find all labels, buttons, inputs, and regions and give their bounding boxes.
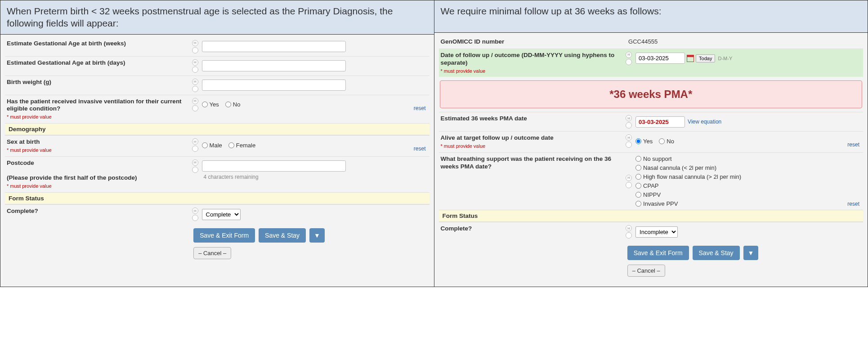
comment-icon[interactable] bbox=[192, 146, 198, 152]
sex-female[interactable]: Female bbox=[228, 142, 255, 149]
comment-icon[interactable] bbox=[626, 232, 632, 239]
alive-yes[interactable]: Yes bbox=[635, 138, 653, 145]
field-icons: H bbox=[626, 115, 632, 128]
alive-radios: Yes No bbox=[635, 138, 674, 145]
label-invvent-text: Has the patient received invasive ventil… bbox=[7, 98, 182, 112]
must-provide: * must provide value bbox=[7, 183, 188, 190]
field-icons: H bbox=[626, 134, 632, 148]
history-icon[interactable]: H bbox=[192, 208, 198, 214]
history-icon[interactable]: H bbox=[192, 40, 198, 46]
label-postcode-line1: Postcode bbox=[7, 159, 34, 166]
reset-link[interactable]: reset bbox=[414, 146, 426, 152]
label-invvent: Has the patient received invasive ventil… bbox=[7, 98, 192, 121]
history-icon[interactable]: H bbox=[192, 59, 198, 66]
dmy-hint: D-M-Y bbox=[718, 56, 732, 61]
breathing-nippv[interactable]: NIPPV bbox=[635, 191, 741, 198]
invvent-radios: Yes No bbox=[202, 101, 241, 108]
history-icon[interactable]: H bbox=[192, 159, 198, 166]
cancel-button[interactable]: – Cancel – bbox=[627, 265, 665, 277]
reset-link[interactable]: reset bbox=[414, 105, 426, 111]
history-icon[interactable]: H bbox=[626, 52, 632, 58]
save-exit-button[interactable]: Save & Exit Form bbox=[193, 228, 255, 243]
field-icons: H bbox=[192, 208, 198, 221]
label-ega-days: Estimated Gestational Age at birth (days… bbox=[7, 59, 192, 67]
breathing-cpap[interactable]: CPAP bbox=[635, 182, 741, 189]
history-icon[interactable]: H bbox=[192, 138, 198, 145]
must-provide: * must provide value bbox=[7, 147, 188, 154]
ega-weeks-input[interactable] bbox=[202, 41, 346, 52]
comment-icon[interactable] bbox=[192, 215, 198, 221]
breathing-nasal-cannula[interactable]: Nasal cannula (< 2l per min) bbox=[635, 164, 741, 171]
row-birthweight: Birth weight (g) H bbox=[5, 75, 430, 95]
row-est-36: Estimated 36 weeks PMA date H View equat… bbox=[439, 112, 864, 131]
label-ega-weeks: Estimate Gestational Age at birth (weeks… bbox=[7, 40, 192, 48]
row-postcode: Postcode (Please provide the first half … bbox=[5, 156, 430, 192]
field-icons: H bbox=[192, 159, 198, 173]
button-row-right: Save & Exit Form Save & Stay ▼ bbox=[626, 241, 863, 263]
label-breathing: What breathing support was the patient r… bbox=[441, 155, 626, 171]
label-complete: Complete? bbox=[7, 208, 192, 215]
field-icons: H bbox=[626, 52, 632, 65]
section-demography: Demography bbox=[5, 123, 430, 135]
comment-icon[interactable] bbox=[626, 59, 632, 65]
birthweight-input[interactable] bbox=[202, 80, 346, 91]
save-stay-button[interactable]: Save & Stay bbox=[693, 246, 740, 260]
sex-male[interactable]: Male bbox=[202, 142, 222, 149]
row-sex: Sex at birth * must provide value H Male… bbox=[5, 135, 430, 156]
must-provide: * must provide value bbox=[441, 143, 622, 150]
comment-icon[interactable] bbox=[192, 167, 198, 173]
comment-icon[interactable] bbox=[192, 105, 198, 111]
history-icon[interactable]: H bbox=[626, 225, 632, 231]
label-followup-text: Date of follow up / outcome (DD-MM-YYYY … bbox=[441, 52, 615, 66]
comment-icon[interactable] bbox=[626, 182, 632, 188]
ega-days-input[interactable] bbox=[202, 60, 346, 71]
field-icons: H bbox=[192, 40, 198, 53]
comment-icon[interactable] bbox=[626, 122, 632, 128]
comment-icon[interactable] bbox=[626, 142, 632, 148]
label-alive-text: Alive at target follow up / outcome date bbox=[441, 134, 554, 141]
comment-icon[interactable] bbox=[192, 66, 198, 73]
row-ega-weeks: Estimate Gestational Age at birth (weeks… bbox=[5, 37, 430, 56]
right-column: We require minimal follow up at 36 weeks… bbox=[434, 0, 868, 287]
section-form-status: Form Status bbox=[5, 192, 430, 204]
left-column: When Preterm birth < 32 weeks postmenstr… bbox=[0, 0, 434, 287]
save-dropdown-button[interactable]: ▼ bbox=[743, 246, 759, 260]
save-stay-button[interactable]: Save & Stay bbox=[259, 228, 306, 243]
alive-no[interactable]: No bbox=[659, 138, 674, 145]
today-button[interactable]: Today bbox=[696, 54, 715, 62]
invvent-no[interactable]: No bbox=[225, 101, 241, 108]
button-row: Save & Exit Form Save & Stay ▼ bbox=[192, 224, 429, 245]
comment-icon[interactable] bbox=[192, 47, 198, 53]
right-form: GenOMICC ID number GCC44555 Date of foll… bbox=[434, 33, 868, 287]
right-header: We require minimal follow up at 36 weeks… bbox=[434, 0, 868, 33]
history-icon[interactable]: H bbox=[192, 98, 198, 104]
history-icon[interactable]: H bbox=[626, 175, 632, 181]
row-complete-right: Complete? H Incomplete bbox=[439, 222, 864, 241]
breathing-invasive-ppv[interactable]: Invasive PPV bbox=[635, 200, 741, 207]
followup-date-input[interactable] bbox=[635, 53, 685, 64]
reset-link[interactable]: reset bbox=[847, 142, 859, 148]
comment-icon[interactable] bbox=[192, 86, 198, 92]
history-icon[interactable]: H bbox=[626, 134, 632, 141]
calendar-icon[interactable] bbox=[687, 55, 694, 62]
est-36-input[interactable] bbox=[635, 116, 685, 128]
breathing-high-flow[interactable]: High flow nasal cannula (> 2l per min) bbox=[635, 173, 741, 180]
row-breathing: What breathing support was the patient r… bbox=[439, 152, 864, 210]
complete-select[interactable]: Complete bbox=[202, 209, 241, 220]
breathing-no-support[interactable]: No support bbox=[635, 155, 741, 162]
save-exit-button[interactable]: Save & Exit Form bbox=[627, 246, 689, 260]
history-icon[interactable]: H bbox=[192, 79, 198, 85]
postcode-input[interactable] bbox=[202, 160, 346, 172]
history-icon[interactable]: H bbox=[626, 115, 632, 121]
view-equation-link[interactable]: View equation bbox=[688, 119, 721, 125]
invvent-yes[interactable]: Yes bbox=[202, 101, 219, 108]
complete-select-right[interactable]: Incomplete bbox=[635, 226, 678, 238]
row-complete-left: Complete? H Complete bbox=[5, 204, 430, 224]
cancel-button[interactable]: – Cancel – bbox=[193, 247, 231, 259]
label-followup: Date of follow up / outcome (DD-MM-YYYY … bbox=[441, 52, 626, 75]
must-provide: * must provide value bbox=[441, 68, 622, 75]
label-sex-text: Sex at birth bbox=[7, 138, 40, 145]
reset-link[interactable]: reset bbox=[847, 201, 859, 207]
field-icons: H bbox=[626, 225, 632, 239]
save-dropdown-button[interactable]: ▼ bbox=[309, 228, 325, 243]
